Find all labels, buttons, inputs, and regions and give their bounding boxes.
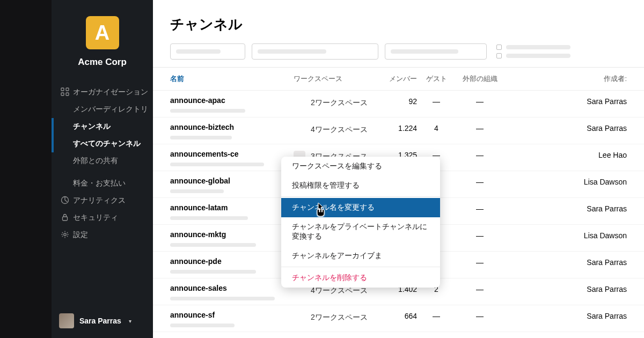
channel-name: announce-pde [170, 257, 294, 266]
sidebar-item-label: セキュリティ [73, 213, 118, 223]
th-creator[interactable]: 作成者: [562, 74, 627, 84]
user-name: Sara Parras [79, 317, 121, 325]
sidebar: A Acme Corp オーガナイゼーション メンバーディレクトリ チャンネル [0, 0, 153, 338]
external-cell: — [456, 96, 504, 106]
svg-rect-3 [66, 93, 69, 95]
workspace-cell: 2ワークスペース [311, 313, 368, 322]
th-external[interactable]: 外部の組織 [456, 74, 504, 84]
sidebar-item-security[interactable]: セキュリティ [0, 209, 153, 226]
sidebar-item-settings[interactable]: 設定 [0, 226, 153, 244]
org-logo: A [86, 16, 119, 49]
external-cell: — [456, 203, 504, 213]
table-row[interactable]: announce-apac2ワークスペース92——Sara Parras [153, 91, 644, 117]
gear-icon [60, 230, 70, 240]
members-cell: 664 [375, 311, 417, 320]
menu-convert-private[interactable]: チャンネルをプライベートチャンネルに変換する [281, 217, 440, 246]
workspace-cell: 4ワークスペース [311, 125, 368, 135]
th-name[interactable]: 名前 [170, 74, 294, 84]
members-cell: 1.224 [375, 123, 417, 133]
filters-bar [153, 43, 644, 68]
menu-rename-channel[interactable]: チャンネル名を変更する [281, 198, 440, 217]
external-cell: — [456, 284, 504, 293]
filter-input-2[interactable] [252, 43, 378, 60]
creator-cell: Lisa Dawson [562, 230, 627, 240]
filter-checkbox-1[interactable] [496, 45, 570, 50]
guests-cell: 4 [417, 123, 456, 133]
members-cell: 92 [375, 96, 417, 106]
channel-name: announce-latam [170, 203, 294, 212]
menu-delete-channel[interactable]: チャンネルを削除する [281, 268, 440, 288]
external-cell: — [456, 257, 504, 267]
creator-cell: Sara Parras [562, 96, 627, 106]
menu-edit-workspaces[interactable]: ワークスペースを編集する [281, 157, 440, 176]
sidebar-item-shared-external[interactable]: 外部との共有 [0, 152, 153, 170]
sidebar-item-analytics[interactable]: アナリティクス [0, 192, 153, 209]
sidebar-item-billing[interactable]: 料金・お支払い [0, 175, 153, 192]
th-members[interactable]: メンバー [375, 74, 417, 84]
creator-cell: Sara Parras [562, 203, 627, 213]
channel-name: announcements-ce [170, 150, 294, 158]
guests-cell: — [417, 96, 456, 106]
menu-manage-permissions[interactable]: 投稿権限を管理する [281, 176, 440, 195]
org-block: A Acme Corp [0, 16, 153, 68]
guests-cell: — [417, 311, 456, 320]
sidebar-item-label: 外部との共有 [73, 156, 118, 166]
creator-cell: Sara Parras [562, 311, 627, 320]
lock-icon [60, 213, 70, 223]
sidebar-item-channels[interactable]: チャンネル [0, 118, 153, 135]
workspace-cell: 2ワークスペース [311, 98, 368, 108]
sidebar-item-label: 設定 [73, 230, 88, 240]
external-cell: — [456, 230, 504, 240]
grid-icon [60, 87, 70, 98]
creator-cell: Sara Parras [562, 123, 627, 133]
table-row[interactable]: announce-biztech4ワークスペース1.2244—Sara Parr… [153, 117, 644, 144]
th-guests[interactable]: ゲスト [417, 74, 456, 84]
sidebar-item-organisation[interactable]: オーガナイゼーション [0, 84, 153, 101]
analytics-icon [60, 196, 70, 206]
sidebar-item-label: アナリティクス [73, 196, 126, 205]
sidebar-item-all-channels[interactable]: すべてのチャンネル [0, 135, 153, 152]
external-cell: — [456, 177, 504, 186]
svg-rect-0 [61, 88, 64, 91]
channel-name: announce-biztech [170, 123, 294, 131]
page-title: チャンネル [153, 0, 644, 43]
svg-point-6 [64, 233, 66, 235]
table-row[interactable]: announce-sf2ワークスペース664——Sara Parras [153, 305, 644, 332]
org-name: Acme Corp [52, 57, 153, 68]
channel-context-menu: ワークスペースを編集する 投稿権限を管理する チャンネル名を変更する チャンネル… [281, 157, 440, 288]
chevron-down-icon: ▾ [129, 318, 131, 324]
menu-archive[interactable]: チャンネルをアーカイブま [281, 246, 440, 266]
creator-cell: Sara Parras [562, 257, 627, 267]
creator-cell: Sara Parras [562, 284, 627, 293]
channel-name: announce-global [170, 177, 294, 185]
external-cell: — [456, 311, 504, 320]
svg-rect-1 [66, 88, 69, 91]
channel-name: announce-sales [170, 284, 294, 292]
sidebar-nav: オーガナイゼーション メンバーディレクトリ チャンネル すべてのチャンネル 外部… [0, 84, 153, 244]
sidebar-item-label: オーガナイゼーション [73, 87, 148, 97]
sidebar-item-label: 料金・お支払い [73, 179, 126, 188]
table-header: 名前 ワークスペース メンバー ゲスト 外部の組織 作成者: [153, 68, 644, 91]
table-row[interactable]: announce-yvr3ワークスペース3598—Lisa Zhang [153, 332, 644, 338]
svg-rect-2 [61, 93, 64, 95]
external-cell: — [456, 150, 504, 159]
sidebar-item-label: メンバーディレクトリ [73, 105, 148, 114]
filter-input-3[interactable] [385, 43, 487, 60]
sidebar-item-label: チャンネル [73, 122, 111, 131]
channel-name: announce-mktg [170, 230, 294, 239]
external-cell: — [456, 123, 504, 133]
user-menu[interactable]: Sara Parras ▾ [59, 313, 131, 328]
svg-rect-5 [63, 217, 68, 221]
creator-cell: Lisa Dawson [562, 177, 627, 186]
filter-input-1[interactable] [170, 43, 245, 60]
sidebar-item-label: すべてのチャンネル [73, 139, 141, 149]
avatar [59, 313, 74, 328]
creator-cell: Lee Hao [562, 150, 627, 159]
channel-name: announce-sf [170, 311, 294, 319]
th-workspace[interactable]: ワークスペース [294, 74, 375, 84]
channel-name: announce-apac [170, 96, 294, 105]
filter-checkbox-2[interactable] [496, 53, 570, 58]
sidebar-item-member-directory[interactable]: メンバーディレクトリ [0, 101, 153, 118]
